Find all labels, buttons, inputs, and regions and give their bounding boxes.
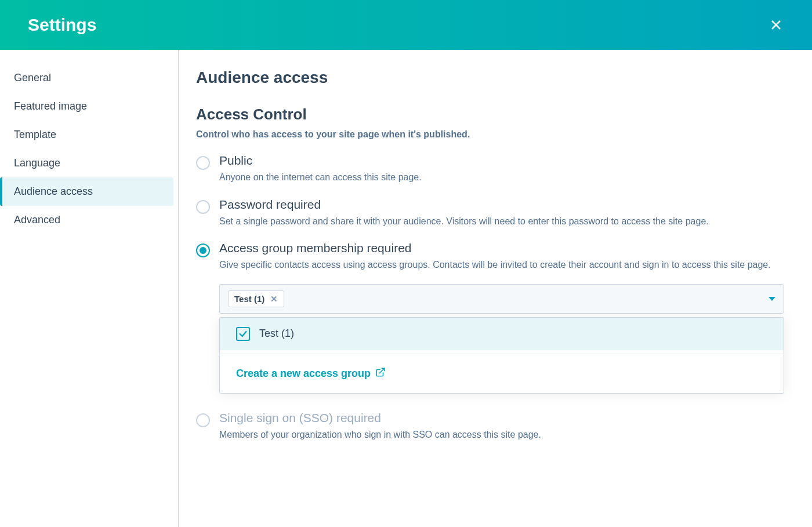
caret-down-icon xyxy=(768,297,775,301)
selected-tag: Test (1) ✕ xyxy=(228,290,284,307)
close-icon xyxy=(769,18,783,32)
radio-title: Single sign on (SSO) required xyxy=(219,411,784,425)
sidebar-item-featured-image[interactable]: Featured image xyxy=(0,92,173,121)
section-title: Access Control xyxy=(196,106,784,123)
access-group-multiselect[interactable]: Test (1) ✕ xyxy=(219,284,784,314)
radio-option-public[interactable]: Public Anyone on the internet can access… xyxy=(196,154,784,185)
radio-inner-dot xyxy=(200,247,206,254)
sidebar-item-label: Audience access xyxy=(14,186,93,197)
sidebar-item-label: Template xyxy=(14,129,56,140)
radio-icon xyxy=(196,156,210,170)
create-access-group-link[interactable]: Create a new access group xyxy=(220,354,784,393)
page-title: Audience access xyxy=(196,68,784,87)
sidebar-item-label: Featured image xyxy=(14,100,87,112)
radio-description: Anyone on the internet can access this s… xyxy=(219,170,784,185)
tag-label: Test (1) xyxy=(234,294,264,304)
body-container: General Featured image Template Language… xyxy=(0,50,812,527)
section-description: Control who has access to your site page… xyxy=(196,129,784,140)
dropdown-option-label: Test (1) xyxy=(259,328,294,340)
radio-title: Password required xyxy=(219,198,784,212)
sidebar-item-label: General xyxy=(14,72,51,83)
sidebar-item-advanced[interactable]: Advanced xyxy=(0,206,173,234)
sidebar: General Featured image Template Language… xyxy=(0,50,179,527)
checkbox-checked-icon xyxy=(236,327,250,341)
access-group-dropdown: Test (1) Create a new access group xyxy=(219,317,784,394)
radio-option-password[interactable]: Password required Set a single password … xyxy=(196,198,784,229)
external-link-icon xyxy=(375,367,386,380)
sidebar-item-label: Language xyxy=(14,157,60,169)
radio-option-sso[interactable]: Single sign on (SSO) required Members of… xyxy=(196,411,784,442)
sidebar-item-label: Advanced xyxy=(14,214,60,226)
header-title: Settings xyxy=(28,15,96,35)
radio-description: Set a single password and share it with … xyxy=(219,214,784,229)
radio-icon-selected xyxy=(196,243,210,257)
radio-description: Members of your organization who sign in… xyxy=(219,427,784,442)
radio-content: Public Anyone on the internet can access… xyxy=(219,154,784,185)
sidebar-item-template[interactable]: Template xyxy=(0,121,173,149)
dropdown-option-test[interactable]: Test (1) xyxy=(220,318,784,350)
radio-content: Single sign on (SSO) required Members of… xyxy=(219,411,784,442)
sidebar-item-language[interactable]: Language xyxy=(0,149,173,177)
sidebar-item-general[interactable]: General xyxy=(0,64,173,92)
radio-option-access-group[interactable]: Access group membership required Give sp… xyxy=(196,241,784,394)
radio-content: Access group membership required Give sp… xyxy=(219,241,784,394)
radio-icon xyxy=(196,200,210,214)
main-content: Audience access Access Control Control w… xyxy=(179,50,812,527)
radio-description: Give specific contacts access using acce… xyxy=(219,257,784,272)
create-link-label: Create a new access group xyxy=(236,368,371,380)
svg-line-2 xyxy=(380,368,385,373)
radio-title: Public xyxy=(219,154,784,168)
tag-remove-button[interactable]: ✕ xyxy=(270,295,278,303)
close-button[interactable] xyxy=(768,17,784,33)
radio-title: Access group membership required xyxy=(219,241,784,255)
settings-header: Settings xyxy=(0,0,812,50)
radio-icon xyxy=(196,413,210,427)
radio-content: Password required Set a single password … xyxy=(219,198,784,229)
sidebar-item-audience-access[interactable]: Audience access xyxy=(0,177,173,206)
